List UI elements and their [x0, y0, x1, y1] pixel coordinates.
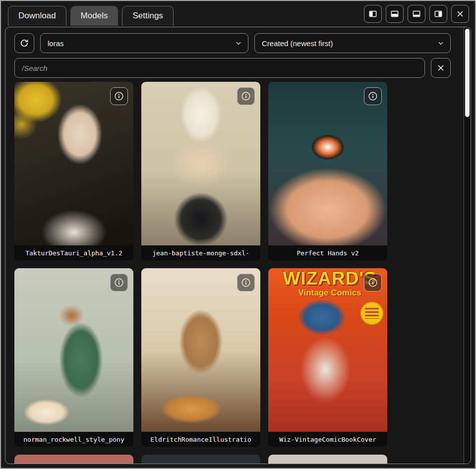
- model-card[interactable]: Perfect Hands v2: [268, 82, 387, 260]
- model-name: TakturDesTauri_alpha_v1.2: [14, 245, 133, 260]
- sort-order-select[interactable]: Created (newest first): [254, 33, 451, 53]
- tab-bar: Download Models Settings: [1, 1, 475, 26]
- model-thumbnail[interactable]: [268, 82, 387, 245]
- model-name: Perfect Hands v2: [268, 245, 387, 260]
- model-thumbnail[interactable]: [14, 268, 133, 432]
- model-card[interactable]: norman_rockwell_style_pony: [14, 268, 133, 447]
- tab-models[interactable]: Models: [70, 6, 119, 26]
- panel-left-button[interactable]: [364, 5, 382, 23]
- refresh-button[interactable]: [14, 33, 34, 53]
- model-grid: TakturDesTauri_alpha_v1.2 jean-baptiste-…: [14, 82, 471, 464]
- model-card[interactable]: EldritchRomanceIllustratio: [141, 268, 260, 447]
- model-thumbnail[interactable]: [141, 82, 260, 245]
- info-button[interactable]: [364, 87, 382, 105]
- chevron-down-icon: [235, 40, 242, 47]
- model-thumbnail[interactable]: WIZARD'S Vintage Comics: [268, 268, 387, 432]
- chevron-down-icon: [437, 40, 444, 47]
- clear-search-button[interactable]: [431, 58, 451, 78]
- panel-bottom-half-button[interactable]: [386, 5, 404, 23]
- model-name: jean-baptiste-monge-sdxl-: [141, 245, 260, 260]
- tab-settings[interactable]: Settings: [122, 6, 173, 26]
- model-thumbnail[interactable]: [141, 268, 260, 432]
- info-button[interactable]: [237, 274, 255, 292]
- panel-bottom-half-icon: [390, 9, 400, 19]
- info-button[interactable]: [110, 87, 128, 105]
- info-button[interactable]: [110, 274, 128, 292]
- model-card[interactable]: TakturDesTauri_alpha_v1.2: [14, 82, 133, 260]
- model-type-value: loras: [48, 39, 64, 48]
- model-type-select[interactable]: loras: [40, 33, 248, 53]
- models-panel: loras Created (newest first): [5, 27, 471, 464]
- model-card-partial[interactable]: [14, 455, 133, 464]
- search-row: [14, 58, 451, 78]
- search-field[interactable]: [14, 58, 425, 78]
- info-icon: [367, 277, 378, 288]
- model-thumbnail[interactable]: [268, 455, 387, 464]
- model-card[interactable]: WIZARD'S Vintage Comics Wiz-VintageComic…: [268, 268, 387, 447]
- model-name: Wiz-VintageComicBookCover: [268, 432, 387, 447]
- search-input[interactable]: [21, 63, 418, 73]
- tab-download[interactable]: Download: [8, 6, 66, 26]
- info-icon: [240, 91, 251, 102]
- vertical-scrollbar[interactable]: [464, 27, 471, 464]
- filter-toolbar: loras Created (newest first): [14, 33, 451, 53]
- panel-bottom-bar-icon: [412, 9, 421, 19]
- info-icon: [114, 91, 124, 102]
- scrollbar-thumb[interactable]: [465, 29, 470, 117]
- panel-right-icon: [433, 9, 443, 19]
- info-icon: [114, 277, 124, 288]
- refresh-icon: [19, 38, 29, 48]
- model-name: norman_rockwell_style_pony: [14, 432, 133, 447]
- panel-bottom-bar-button[interactable]: [408, 5, 425, 23]
- comic-badge: [360, 302, 383, 325]
- model-card[interactable]: jean-baptiste-monge-sdxl-: [141, 82, 260, 260]
- info-icon: [240, 277, 251, 288]
- model-browser-window: Download Models Settings: [0, 0, 476, 469]
- panel-left-icon: [368, 9, 378, 19]
- model-thumbnail[interactable]: [14, 455, 133, 464]
- model-thumbnail[interactable]: [14, 82, 133, 245]
- model-thumbnail[interactable]: [141, 455, 260, 464]
- close-button[interactable]: [451, 5, 469, 23]
- close-icon: [436, 63, 445, 72]
- comic-badge-text-lines: [365, 308, 379, 319]
- sort-order-value: Created (newest first): [262, 39, 333, 48]
- info-button[interactable]: [364, 274, 382, 292]
- model-card-partial[interactable]: [268, 455, 387, 464]
- window-controls: [364, 5, 469, 26]
- panel-right-button[interactable]: [429, 5, 447, 23]
- close-icon: [456, 9, 465, 18]
- info-icon: [367, 91, 378, 102]
- info-button[interactable]: [237, 87, 255, 105]
- model-card-partial[interactable]: [141, 455, 260, 464]
- model-name: EldritchRomanceIllustratio: [141, 432, 260, 447]
